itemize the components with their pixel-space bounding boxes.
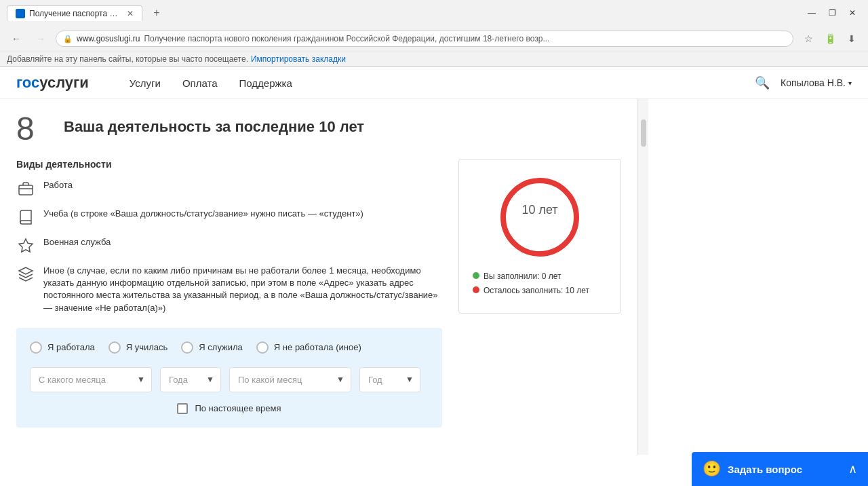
progress-circle-container: 10 лет Вы заполнили: 0 лет Осталось запо… [458, 159, 621, 314]
step-header: 8 Ваша деятельность за последние 10 лет [16, 113, 621, 145]
battery-icon: 🔋 [821, 29, 840, 48]
legend-remaining: Осталось заполнить: 10 лет [473, 285, 607, 297]
to-year-select[interactable]: Год [359, 367, 420, 392]
main-content: 8 Ваша деятельность за последние 10 лет … [0, 99, 637, 455]
legend-filled: Вы заполнили: 0 лет [473, 271, 607, 282]
present-checkbox-row: По настоящее время [30, 403, 429, 414]
radio-studied-label: Я училась [126, 342, 168, 352]
scrollbar[interactable] [637, 99, 648, 455]
maximize-button[interactable]: ❐ [823, 7, 841, 19]
address-bar[interactable]: 🔒 www.gosuslugi.ru Получение паспорта но… [56, 31, 793, 47]
bookmarks-bar: Добавляйте на эту панель сайты, которые … [0, 52, 868, 67]
step-right: 10 лет Вы заполнили: 0 лет Осталось запо… [458, 159, 621, 428]
browser-toolbar: ← → 🔒 www.gosuslugi.ru Получение паспорт… [0, 26, 868, 52]
title-bar: Получение паспорта но... ✕ + — ❐ ✕ [0, 0, 868, 26]
to-month-wrapper: По какой месяц ▼ [229, 367, 351, 392]
import-bookmarks-link[interactable]: Импортировать закладки [251, 54, 346, 64]
nav-support[interactable]: Поддержка [239, 77, 292, 89]
nav-payment[interactable]: Оплата [182, 77, 218, 89]
new-tab-button[interactable]: + [148, 4, 165, 22]
lock-icon: 🔒 [63, 35, 73, 43]
minimize-button[interactable]: — [803, 7, 821, 19]
star-icon [16, 236, 35, 255]
user-menu[interactable]: Копылова Н.В. ▾ [781, 77, 852, 88]
radio-served-circle[interactable] [181, 341, 193, 354]
step-left: Виды деятельности Работа Учеба (в стр [16, 159, 442, 428]
site-logo: госуслуги [16, 74, 89, 92]
user-name-text: Копылова Н.В. [781, 77, 846, 88]
legend-filled-text: Вы заполнили: 0 лет [484, 271, 561, 282]
svg-marker-2 [19, 239, 33, 252]
svg-marker-3 [19, 267, 33, 274]
toolbar-actions: ☆ 🔋 ⬇ [799, 29, 861, 48]
legend-remaining-dot [473, 286, 479, 293]
tab-title: Получение паспорта но... [29, 9, 120, 18]
activity-study: Учеба (в строке «Ваша должность/статус/з… [16, 208, 442, 227]
radio-served[interactable]: Я служила [181, 341, 243, 354]
address-title: Получение паспорта нового поколения граж… [144, 34, 549, 43]
from-month-select[interactable]: С какого месяца [30, 367, 152, 392]
logo-uslugi: услуги [39, 74, 89, 92]
window-controls: — ❐ ✕ [803, 7, 861, 19]
forward-button: → [31, 29, 50, 48]
to-month-select[interactable]: По какой месяц [229, 367, 351, 392]
legend-filled-dot [473, 272, 479, 279]
progress-legend: Вы заполнили: 0 лет Осталось заполнить: … [473, 271, 607, 299]
tab-close-icon[interactable]: ✕ [127, 9, 134, 18]
from-year-select[interactable]: Года [160, 367, 221, 392]
search-button[interactable]: 🔍 [755, 75, 770, 90]
activity-work: Работа [16, 179, 442, 198]
activity-military: Военная служба [16, 236, 442, 255]
from-year-wrapper: Года ▼ [160, 367, 221, 392]
browser-tab[interactable]: Получение паспорта но... ✕ [7, 5, 142, 21]
radio-studied[interactable]: Я училась [108, 341, 168, 354]
radio-other[interactable]: Я не работала (иное) [256, 341, 361, 354]
nav-services[interactable]: Услуги [130, 77, 161, 89]
briefcase-icon [16, 179, 35, 198]
activities-title: Виды деятельности [16, 159, 442, 170]
form-area: Я работала Я училась Я служила [16, 328, 442, 428]
step-number: 8 [16, 113, 50, 145]
radio-other-circle[interactable] [256, 341, 269, 354]
tab-favicon [16, 9, 25, 18]
present-checkbox[interactable] [177, 403, 188, 414]
layers-icon [16, 265, 35, 284]
svg-text:10 лет: 10 лет [521, 203, 557, 217]
user-chevron-icon: ▾ [848, 79, 852, 87]
address-url: www.gosuslugi.ru [77, 34, 140, 43]
radio-worked[interactable]: Я работала [30, 341, 95, 354]
step-title: Ваша деятельность за последние 10 лет [64, 118, 364, 136]
logo-gos: гос [16, 74, 39, 92]
bookmark-page-button[interactable]: ☆ [799, 29, 818, 48]
back-button[interactable]: ← [7, 29, 26, 48]
activity-military-text: Военная служба [43, 236, 111, 248]
scrollbar-thumb[interactable] [641, 119, 646, 147]
download-button[interactable]: ⬇ [842, 29, 861, 48]
radio-studied-circle[interactable] [108, 341, 121, 354]
book-icon [16, 208, 35, 227]
to-year-wrapper: Год ▼ [359, 367, 420, 392]
header-right: 🔍 Копылова Н.В. ▾ [755, 75, 852, 90]
progress-circle: 10 лет [496, 173, 584, 261]
date-range-row: С какого месяца ▼ Года ▼ [30, 367, 429, 392]
site-nav: Услуги Оплата Поддержка [130, 77, 292, 89]
present-checkbox-label: По настоящее время [195, 403, 281, 413]
content-area: 8 Ваша деятельность за последние 10 лет … [0, 99, 868, 455]
activity-work-text: Работа [43, 179, 73, 191]
step-body: Виды деятельности Работа Учеба (в стр [16, 159, 621, 428]
legend-remaining-text: Осталось заполнить: 10 лет [484, 285, 589, 297]
radio-worked-circle[interactable] [30, 341, 42, 354]
svg-point-4 [503, 181, 576, 254]
ask-question-bar[interactable]: 🙂 Задать вопрос ∧ [692, 452, 868, 455]
site-header: госуслуги Услуги Оплата Поддержка 🔍 Копы… [0, 67, 868, 99]
radio-other-label: Я не работала (иное) [274, 342, 361, 352]
browser-chrome: Получение паспорта но... ✕ + — ❐ ✕ ← → 🔒… [0, 0, 868, 67]
close-button[interactable]: ✕ [844, 7, 861, 19]
activity-other-text: Иное (в случае, если по каким либо причи… [43, 265, 442, 314]
activity-other: Иное (в случае, если по каким либо причи… [16, 265, 442, 314]
radio-worked-label: Я работала [47, 342, 95, 352]
bookmarks-text: Добавляйте на эту панель сайты, которые … [7, 54, 248, 64]
from-month-wrapper: С какого месяца ▼ [30, 367, 152, 392]
svg-rect-0 [19, 185, 33, 195]
page-content: госуслуги Услуги Оплата Поддержка 🔍 Копы… [0, 67, 868, 455]
